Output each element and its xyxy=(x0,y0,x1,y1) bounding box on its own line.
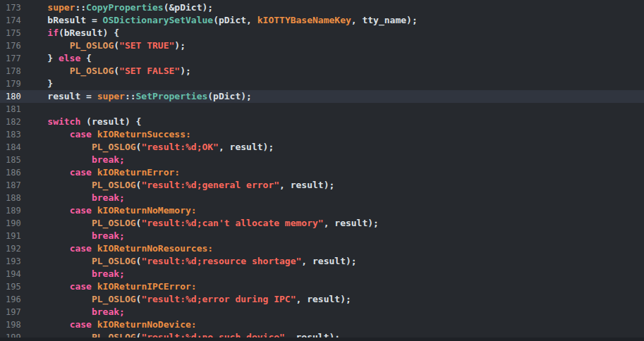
code-token-plain xyxy=(25,205,70,216)
code-token-plain xyxy=(25,306,92,317)
code-line[interactable]: 176 PL_OSLOG("SET TRUE"); xyxy=(0,39,644,52)
code-line[interactable]: 186 case kIOReturnError: xyxy=(0,166,644,179)
line-number[interactable]: 184 xyxy=(0,141,25,154)
code-text xyxy=(25,103,644,116)
code-line[interactable]: 195 case kIOReturnIPCError: xyxy=(0,280,644,293)
line-number[interactable]: 180 xyxy=(0,90,25,103)
code-token-keyword: break; xyxy=(92,192,125,203)
code-line[interactable]: 192 case kIOReturnNoResources: xyxy=(0,242,644,255)
code-token-plain xyxy=(25,40,70,51)
code-token-plain: (pDict); xyxy=(207,91,252,101)
code-token-plain xyxy=(25,281,70,292)
line-number[interactable]: 186 xyxy=(0,166,25,179)
code-text: PL_OSLOG("SET TRUE"); xyxy=(25,39,644,52)
line-number[interactable]: 173 xyxy=(0,1,25,14)
line-number[interactable]: 192 xyxy=(0,242,25,255)
code-line[interactable]: 198 case kIOReturnNoDevice: xyxy=(0,318,644,331)
code-token-plain xyxy=(92,281,97,292)
code-text: super::CopyProperties(&pDict); xyxy=(25,1,644,14)
line-number[interactable]: 188 xyxy=(0,192,25,204)
line-number[interactable]: 174 xyxy=(0,14,25,27)
line-number[interactable]: 185 xyxy=(0,154,25,166)
code-token-string: "SET TRUE" xyxy=(119,40,174,51)
code-token-keyword: else xyxy=(59,53,80,63)
code-line[interactable]: 193 PL_OSLOG("result:%d;resource shortag… xyxy=(0,255,644,268)
line-number[interactable]: 189 xyxy=(0,204,25,217)
line-number[interactable]: 193 xyxy=(0,255,25,268)
line-number[interactable]: 187 xyxy=(0,179,25,192)
line-number[interactable]: 179 xyxy=(0,78,25,90)
code-line-current[interactable]: 180 result = super::SetProperties(pDict)… xyxy=(0,90,644,103)
code-token-plain: (bResult) { xyxy=(59,27,119,38)
code-line[interactable]: 174 bResult = OSDictionarySetValue(pDict… xyxy=(0,14,644,27)
code-token-plain xyxy=(25,167,70,178)
code-line[interactable]: 177 } else { xyxy=(0,52,644,65)
code-text: PL_OSLOG("result:%d;OK", result); xyxy=(25,141,644,154)
code-line[interactable]: 182 switch (result) { xyxy=(0,116,644,128)
line-number[interactable]: 198 xyxy=(0,318,25,331)
code-line[interactable]: 185 break; xyxy=(0,154,644,166)
code-token-plain: , result); xyxy=(219,142,274,152)
code-token-plain xyxy=(25,180,92,190)
code-line[interactable]: 189 case kIOReturnNoMemory: xyxy=(0,204,644,217)
code-token-string: "result:%d;OK" xyxy=(141,142,219,152)
code-token-plain xyxy=(25,142,92,152)
line-number[interactable]: 182 xyxy=(0,116,25,128)
line-number[interactable]: 175 xyxy=(0,27,25,39)
code-token-keyword: case xyxy=(70,167,92,178)
line-number[interactable]: 183 xyxy=(0,128,25,141)
code-token-plain xyxy=(25,243,70,254)
code-line[interactable]: 178 PL_OSLOG("SET FALSE"); xyxy=(0,65,644,78)
code-token-macro: PL_OSLOG xyxy=(70,40,114,51)
code-line[interactable]: 197 break; xyxy=(0,306,644,318)
code-text: case kIOReturnNoResources: xyxy=(25,242,644,255)
code-line[interactable]: 194 break; xyxy=(0,268,644,280)
code-text: PL_OSLOG("result:%d;can't allocate memor… xyxy=(25,217,644,230)
code-token-macro: PL_OSLOG xyxy=(70,66,114,76)
editor-bottom-edge xyxy=(0,337,644,341)
code-token-constant: kIOReturnNoDevice: xyxy=(97,319,197,330)
code-token-plain xyxy=(92,129,97,140)
line-number[interactable]: 177 xyxy=(0,52,25,65)
code-line[interactable]: 188 break; xyxy=(0,192,644,204)
line-number[interactable]: 195 xyxy=(0,280,25,293)
code-token-plain: :: xyxy=(125,91,136,101)
code-token-plain xyxy=(25,230,92,241)
code-token-keyword: break; xyxy=(92,268,125,279)
code-token-macro: PL_OSLOG xyxy=(92,142,136,152)
line-number[interactable]: 190 xyxy=(0,217,25,230)
code-line[interactable]: 190 PL_OSLOG("result:%d;can't allocate m… xyxy=(0,217,644,230)
code-text: PL_OSLOG("result:%d;error during IPC", r… xyxy=(25,293,644,306)
code-line[interactable]: 181 xyxy=(0,103,644,116)
line-number[interactable]: 176 xyxy=(0,39,25,52)
code-token-constant: super xyxy=(97,91,125,101)
code-token-plain xyxy=(25,256,92,266)
code-text: case kIOReturnNoDevice: xyxy=(25,318,644,331)
line-number[interactable]: 181 xyxy=(0,103,25,116)
line-number[interactable]: 178 xyxy=(0,65,25,78)
code-line[interactable]: 183 case kIOReturnSuccess: xyxy=(0,128,644,141)
code-token-plain xyxy=(92,319,97,330)
code-line[interactable]: 191 break; xyxy=(0,230,644,242)
code-line[interactable]: 184 PL_OSLOG("result:%d;OK", result); xyxy=(0,141,644,154)
code-line[interactable]: 179 } xyxy=(0,78,644,90)
line-number[interactable]: 194 xyxy=(0,268,25,280)
code-token-plain xyxy=(25,2,47,13)
code-line[interactable]: 173 super::CopyProperties(&pDict); xyxy=(0,1,644,14)
code-token-constant: super xyxy=(47,2,75,13)
code-token-string: "result:%d;general error" xyxy=(141,180,279,190)
code-line[interactable]: 175 if(bResult) { xyxy=(0,27,644,39)
line-number[interactable]: 196 xyxy=(0,293,25,306)
line-number[interactable]: 191 xyxy=(0,230,25,242)
code-token-constant: kIOReturnNoResources: xyxy=(97,243,213,254)
code-token-plain: } xyxy=(25,78,53,89)
code-text: } else { xyxy=(25,52,644,65)
code-token-plain xyxy=(25,268,92,279)
code-token-plain: } xyxy=(25,53,59,63)
code-editor[interactable]: 173 super::CopyProperties(&pDict);174 bR… xyxy=(0,0,644,341)
code-token-plain: result = xyxy=(25,91,97,101)
code-token-macro: PL_OSLOG xyxy=(92,180,136,190)
code-line[interactable]: 187 PL_OSLOG("result:%d;general error", … xyxy=(0,179,644,192)
code-line[interactable]: 196 PL_OSLOG("result:%d;error during IPC… xyxy=(0,293,644,306)
line-number[interactable]: 197 xyxy=(0,306,25,318)
